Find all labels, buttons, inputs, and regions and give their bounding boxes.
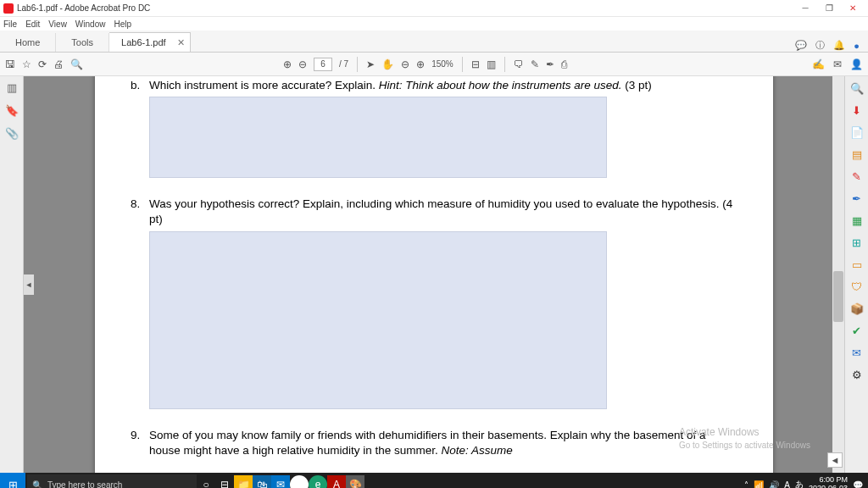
expand-panel-button[interactable]: ◄ bbox=[827, 452, 843, 468]
item-label-b: b. bbox=[131, 78, 149, 93]
zoom-level[interactable]: 150% bbox=[431, 59, 453, 69]
help-icon[interactable]: ⓘ bbox=[815, 39, 825, 52]
answer-field-8[interactable] bbox=[149, 231, 607, 409]
close-tab-icon[interactable]: ✕ bbox=[177, 37, 185, 48]
chrome-icon[interactable]: ◉ bbox=[290, 475, 309, 488]
windows-watermark: Activate Windows Go to Settings to activ… bbox=[679, 426, 810, 451]
pointer-icon[interactable]: ➤ bbox=[366, 58, 375, 70]
scroll-left-button[interactable]: ◄ bbox=[24, 274, 34, 295]
tab-home[interactable]: Home bbox=[0, 33, 56, 52]
menu-edit[interactable]: Edit bbox=[25, 19, 40, 29]
signature-icon[interactable]: ✍ bbox=[812, 58, 825, 70]
windows-taskbar: ⊞ 🔍 Type here to search ○ ⊟ 📁 🛍 ✉ ◉ e A … bbox=[0, 473, 868, 488]
task-view-icon[interactable]: ⊟ bbox=[215, 475, 234, 488]
fill-sign-icon[interactable]: ✔ bbox=[850, 324, 864, 337]
highlight-icon[interactable]: ✎ bbox=[531, 58, 539, 70]
action-center-icon[interactable]: 💬 bbox=[853, 480, 863, 489]
comment-icon[interactable]: 🗨 bbox=[514, 58, 524, 70]
search-tool-icon[interactable]: 🔍 bbox=[850, 81, 864, 95]
thumbnails-icon[interactable]: ▥ bbox=[7, 81, 17, 94]
print-icon[interactable]: 🖨 bbox=[53, 58, 64, 70]
minimize-button[interactable]: ─ bbox=[793, 1, 817, 16]
star-icon[interactable]: ☆ bbox=[22, 58, 31, 70]
tab-document[interactable]: Lab6-1.pdf ✕ bbox=[109, 32, 191, 52]
question-b-text: Which instrument is more accurate? Expla… bbox=[149, 78, 737, 93]
more-tools-icon[interactable]: ⚙ bbox=[850, 368, 864, 381]
search-icon[interactable]: 🔍 bbox=[70, 58, 83, 70]
cortana-icon[interactable]: ○ bbox=[197, 475, 215, 488]
network-icon[interactable]: 📶 bbox=[754, 480, 764, 489]
explorer-icon[interactable]: 📁 bbox=[234, 475, 253, 488]
page-number-input[interactable]: 6 bbox=[314, 58, 332, 71]
protect-icon[interactable]: 🛡 bbox=[850, 280, 864, 293]
item-label-9: 9. bbox=[131, 428, 149, 443]
bell-icon[interactable]: 🔔 bbox=[833, 40, 845, 51]
fit-page-icon[interactable]: ▥ bbox=[487, 58, 496, 70]
paint-icon[interactable]: 🎨 bbox=[346, 475, 364, 488]
close-window-button[interactable]: ✕ bbox=[841, 1, 865, 16]
mail-icon[interactable]: ✉ bbox=[271, 475, 290, 488]
sign-icon[interactable]: ✒ bbox=[546, 58, 554, 70]
window-title: Lab6-1.pdf - Adobe Acrobat Pro DC bbox=[17, 3, 793, 13]
save-icon[interactable]: 🖫 bbox=[5, 58, 15, 70]
send-icon[interactable]: ✉ bbox=[850, 346, 864, 359]
page-up-icon[interactable]: ⊕ bbox=[283, 58, 292, 70]
tray-chevron-icon[interactable]: ˄ bbox=[744, 480, 748, 489]
cloud-icon[interactable]: ⟳ bbox=[38, 58, 47, 70]
search-placeholder: Type here to search bbox=[47, 480, 122, 489]
share-icon[interactable]: 👤 bbox=[850, 58, 863, 70]
menu-help[interactable]: Help bbox=[114, 19, 131, 29]
export-pdf-icon[interactable]: ⬇ bbox=[850, 103, 864, 117]
menu-view[interactable]: View bbox=[48, 19, 67, 29]
acrobat-taskbar-icon[interactable]: A bbox=[327, 475, 346, 488]
organize-icon[interactable]: ▦ bbox=[850, 214, 864, 227]
bookmark-icon[interactable]: 🔖 bbox=[5, 104, 19, 117]
vertical-scrollbar[interactable] bbox=[832, 76, 844, 473]
store-icon[interactable]: 🛍 bbox=[253, 475, 271, 488]
stamp-icon[interactable]: ⎙ bbox=[561, 58, 567, 70]
redact-icon[interactable]: ▭ bbox=[850, 258, 864, 271]
system-clock[interactable]: 6:00 PM2020-06-03 bbox=[809, 476, 848, 488]
scrollbar-thumb[interactable] bbox=[833, 271, 843, 322]
attachment-icon[interactable]: 📎 bbox=[5, 127, 19, 140]
envelope-icon[interactable]: ✉ bbox=[833, 58, 842, 70]
sign-tool-icon[interactable]: ✒ bbox=[850, 191, 864, 205]
ime-indicator[interactable]: あ bbox=[795, 479, 804, 488]
hand-icon[interactable]: ✋ bbox=[381, 58, 394, 70]
item-label-8: 8. bbox=[131, 197, 149, 212]
menu-window[interactable]: Window bbox=[75, 19, 106, 29]
create-pdf-icon[interactable]: 📄 bbox=[850, 125, 864, 139]
maximize-button[interactable]: ❐ bbox=[817, 1, 841, 16]
page-down-icon[interactable]: ⊖ bbox=[298, 58, 307, 70]
main-toolbar: 🖫 ☆ ⟳ 🖨 🔍 ⊕ ⊖ 6 / 7 ➤ ✋ ⊖ ⊕ 150% ⊟ ▥ 🗨 ✎… bbox=[0, 53, 868, 76]
document-canvas[interactable]: ◄ ► b. Which instrument is more accurate… bbox=[24, 76, 844, 473]
volume-icon[interactable]: 🔊 bbox=[769, 480, 779, 489]
tab-document-label: Lab6-1.pdf bbox=[121, 37, 166, 47]
edit-pdf-icon[interactable]: ▤ bbox=[850, 147, 864, 161]
start-button[interactable]: ⊞ bbox=[0, 473, 25, 488]
zoom-in-icon[interactable]: ⊕ bbox=[416, 58, 425, 70]
page-total: / 7 bbox=[339, 59, 348, 69]
menu-file[interactable]: File bbox=[3, 19, 17, 29]
comment-tool-icon[interactable]: ✎ bbox=[850, 169, 864, 183]
combine-icon[interactable]: ⊞ bbox=[850, 236, 864, 249]
menu-bar: File Edit View Window Help bbox=[0, 17, 868, 30]
edge-icon[interactable]: e bbox=[309, 475, 327, 488]
pdf-page: b. Which instrument is more accurate? Ex… bbox=[95, 76, 773, 473]
account-icon[interactable]: ● bbox=[854, 41, 860, 51]
lang-indicator[interactable]: A bbox=[784, 480, 790, 489]
question-8-text: Was your hypothesis correct? Explain, in… bbox=[149, 197, 737, 227]
taskbar-search[interactable]: 🔍 Type here to search bbox=[27, 474, 197, 488]
app-icon bbox=[3, 3, 14, 14]
zoom-out-icon[interactable]: ⊖ bbox=[401, 58, 409, 70]
fit-width-icon[interactable]: ⊟ bbox=[471, 58, 480, 70]
chat-icon[interactable]: 💬 bbox=[795, 40, 807, 51]
compress-icon[interactable]: 📦 bbox=[850, 302, 864, 315]
tab-tools[interactable]: Tools bbox=[56, 33, 109, 52]
question-9-text: Some of you may know family or friends w… bbox=[149, 428, 737, 458]
answer-field-b[interactable] bbox=[149, 97, 607, 178]
search-glyph-icon: 🔍 bbox=[32, 480, 42, 489]
